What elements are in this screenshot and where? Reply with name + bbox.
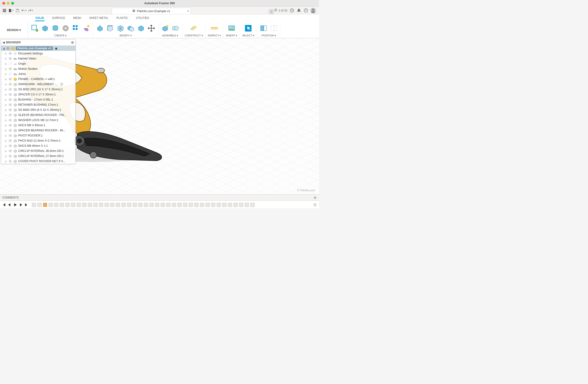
timeline-feature[interactable] bbox=[245, 203, 249, 207]
timeline-prev-button[interactable] bbox=[7, 203, 12, 207]
timeline-feature[interactable] bbox=[144, 203, 148, 207]
ribbon-tab-utilities[interactable]: UTILITIES bbox=[135, 15, 149, 21]
tree-node[interactable]: ▷SHCS M8 X 65mm:1 bbox=[1, 123, 75, 128]
timeline-feature[interactable] bbox=[250, 203, 254, 207]
timeline-feature[interactable] bbox=[110, 203, 114, 207]
undo-button[interactable]: ▼ bbox=[21, 7, 27, 14]
timeline-feature[interactable] bbox=[88, 203, 92, 207]
expand-icon[interactable]: ▷ bbox=[5, 119, 7, 122]
tree-root[interactable]: ◢ FileInfo.com Example v1 ◉ bbox=[1, 46, 75, 51]
ribbon-group-select-label[interactable]: SELECT ▾ bbox=[242, 34, 254, 38]
tree-node[interactable]: ▷RETAINER BUSHING 17mm:1 bbox=[1, 102, 75, 107]
timeline-settings-icon[interactable] bbox=[313, 203, 317, 207]
expand-icon[interactable]: ▷ bbox=[5, 134, 7, 137]
user-avatar[interactable] bbox=[311, 8, 316, 13]
visibility-icon[interactable] bbox=[8, 108, 12, 112]
visibility-icon[interactable] bbox=[8, 139, 12, 143]
expand-icon[interactable]: ▷ bbox=[5, 58, 7, 60]
ribbon-group-construct-label[interactable]: CONSTRUCT ▾ bbox=[185, 34, 203, 38]
timeline-feature[interactable] bbox=[99, 203, 103, 207]
ribbon-group-modify-label[interactable]: MODIFY ▾ bbox=[120, 34, 132, 38]
expand-icon[interactable]: ▷ bbox=[5, 62, 7, 65]
timeline-feature[interactable] bbox=[239, 203, 243, 207]
timeline-feature[interactable] bbox=[49, 203, 53, 207]
insert-canvas-icon[interactable] bbox=[227, 24, 236, 33]
timeline-feature[interactable] bbox=[32, 203, 36, 207]
visibility-icon[interactable] bbox=[8, 98, 12, 101]
timeline-feature[interactable] bbox=[217, 203, 221, 207]
create-sketch-icon[interactable]: + bbox=[30, 24, 39, 33]
radio-icon[interactable]: ◉ bbox=[55, 47, 58, 50]
timeline-start-button[interactable] bbox=[2, 203, 6, 207]
visibility-icon[interactable] bbox=[8, 87, 12, 91]
create-box-icon[interactable] bbox=[41, 24, 49, 33]
new-tab-button[interactable]: + bbox=[269, 9, 274, 14]
visibility-icon[interactable] bbox=[8, 129, 12, 132]
ribbon-group-inspect-label[interactable]: INSPECT ▾ bbox=[208, 34, 221, 38]
expand-icon[interactable]: ▷ bbox=[5, 52, 7, 55]
data-panel-button[interactable] bbox=[1, 7, 7, 14]
bell-icon[interactable] bbox=[296, 8, 301, 13]
tree-node[interactable]: ▷Joints bbox=[1, 71, 75, 77]
ribbon-tab-sheet-metal[interactable]: SHEET METAL bbox=[89, 15, 109, 21]
expand-icon[interactable]: ▷ bbox=[5, 145, 7, 147]
timeline-feature[interactable] bbox=[65, 203, 70, 207]
timeline-feature[interactable] bbox=[43, 203, 47, 207]
expand-icon[interactable]: ▷ bbox=[5, 104, 7, 106]
visibility-icon[interactable] bbox=[8, 159, 12, 163]
visibility-icon[interactable] bbox=[8, 52, 12, 55]
tree-node[interactable]: ▷CIRCLIP INTERNAL 36.5mm OD:1 bbox=[1, 148, 75, 154]
tree-node[interactable]: ▷SHCS M8 40mm X 1:1 bbox=[1, 143, 75, 148]
timeline-feature[interactable] bbox=[172, 203, 176, 207]
expand-icon[interactable]: ▷ bbox=[5, 78, 7, 80]
ribbon-tab-solid[interactable]: SOLID bbox=[35, 15, 45, 21]
visibility-icon[interactable] bbox=[8, 123, 12, 127]
timeline-feature[interactable] bbox=[127, 203, 131, 207]
tree-node[interactable]: ▷FRAME - CARBON -> v48:1 bbox=[1, 77, 75, 82]
visibility-icon[interactable] bbox=[8, 144, 12, 148]
pattern-icon[interactable] bbox=[71, 24, 80, 33]
expand-icon[interactable]: ▷ bbox=[5, 109, 7, 111]
tree-node[interactable]: ▷FHCS M10 21.5mm X 0.70mm:1 bbox=[1, 138, 75, 143]
ribbon-group-assemble-label[interactable]: ASSEMBLE ▾ bbox=[162, 34, 178, 38]
workspace-switcher[interactable]: DESIGN ▾ bbox=[0, 22, 28, 38]
expand-icon[interactable]: ▷ bbox=[5, 114, 7, 116]
timeline-end-button[interactable] bbox=[24, 203, 28, 207]
visibility-icon[interactable] bbox=[8, 154, 12, 158]
tree-node[interactable]: ▷SS 6000 2RS (8 X 10 X 26mm):1 bbox=[1, 107, 75, 113]
browser-header[interactable]: ◀ BROWSER ⊕ bbox=[1, 39, 75, 46]
collapse-left-icon[interactable]: ◀ bbox=[2, 41, 5, 44]
timeline-feature[interactable] bbox=[206, 203, 210, 207]
expand-icon[interactable]: ▷ bbox=[5, 139, 7, 142]
timeline-feature[interactable] bbox=[122, 203, 126, 207]
timeline-feature[interactable] bbox=[133, 203, 137, 207]
help-icon[interactable]: ? bbox=[304, 8, 308, 13]
ribbon-tab-mesh[interactable]: MESH bbox=[73, 15, 82, 21]
pin-icon[interactable]: ⊕ bbox=[71, 40, 74, 45]
redo-button[interactable]: ▼ bbox=[28, 7, 34, 14]
position-revert-icon[interactable] bbox=[270, 24, 278, 33]
visibility-icon[interactable] bbox=[6, 46, 10, 50]
tree-node[interactable]: ▷SPACER BEARING ROCKER - MI... bbox=[1, 128, 75, 133]
expand-icon[interactable]: ▷ bbox=[5, 73, 7, 75]
fillet-icon[interactable] bbox=[106, 24, 115, 33]
job-status[interactable]: 1 of 10 bbox=[274, 8, 287, 13]
tree-node[interactable]: ▷CIRCLIP INTERNAL 27.9mm OD:1 bbox=[1, 154, 75, 159]
timeline-next-button[interactable] bbox=[19, 203, 23, 207]
tree-node[interactable]: ▷SWINGARM - WELDMENT -... bbox=[1, 82, 75, 87]
expand-icon[interactable]: ▷ bbox=[5, 155, 7, 157]
select-icon[interactable] bbox=[244, 24, 253, 33]
tree-node[interactable]: ▷PIVOT ROCKER:1 bbox=[1, 133, 75, 138]
tree-node[interactable]: ▷Motion Studies bbox=[1, 66, 75, 71]
tree-node[interactable]: ▷SLEEVE BEARING ROCKER - FW... bbox=[1, 113, 75, 117]
new-component-icon[interactable] bbox=[161, 24, 169, 33]
visibility-icon[interactable] bbox=[8, 77, 12, 81]
tree-node[interactable]: ▷COVER PIVOT ROCKER M27.9 X... bbox=[1, 159, 75, 164]
expand-icon[interactable]: ▷ bbox=[5, 88, 7, 91]
timeline-feature[interactable] bbox=[138, 203, 143, 207]
visibility-icon[interactable] bbox=[8, 67, 12, 71]
timeline-feature[interactable] bbox=[71, 203, 75, 207]
visibility-icon[interactable] bbox=[8, 57, 12, 60]
ribbon-group-insert-label[interactable]: INSERT ▾ bbox=[226, 34, 237, 38]
tree-node[interactable]: ▷Document Settings bbox=[1, 51, 75, 56]
